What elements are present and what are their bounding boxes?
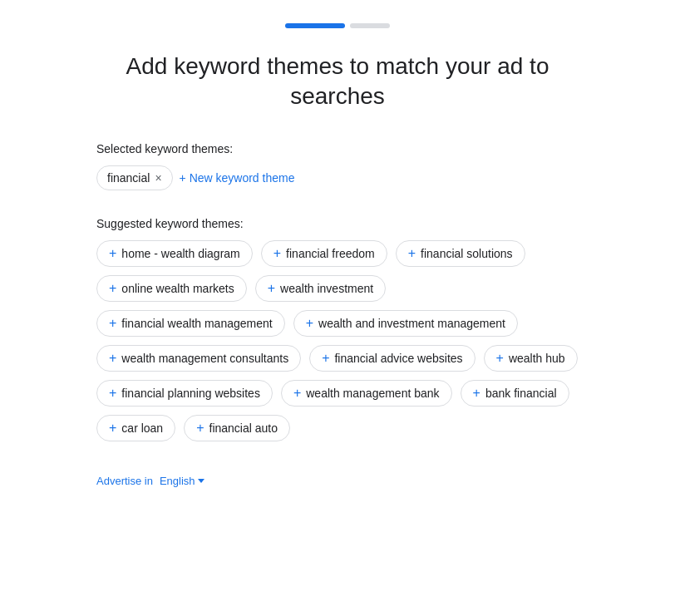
chip-label: home - wealth diagram xyxy=(121,247,239,260)
chip-label: financial advice websites xyxy=(334,352,462,365)
chip-label: online wealth markets xyxy=(121,282,234,295)
chip-label: financial planning websites xyxy=(121,387,260,400)
selected-keywords-container: financial × + New keyword theme xyxy=(96,165,579,190)
plus-icon: + xyxy=(109,317,116,330)
chip-wealth-and-investment-management[interactable]: + wealth and investment management xyxy=(293,310,518,337)
selected-section-label: Selected keyword themes: xyxy=(96,142,579,155)
page-title: Add keyword themes to match your ad to s… xyxy=(121,52,554,112)
chip-financial-solutions[interactable]: + financial solutions xyxy=(396,240,525,267)
chip-bank-financial[interactable]: + bank financial xyxy=(461,380,569,407)
chip-home-wealth-diagram[interactable]: + home - wealth diagram xyxy=(96,240,253,267)
plus-icon: + xyxy=(273,247,281,260)
chip-financial-planning-websites[interactable]: + financial planning websites xyxy=(96,380,273,407)
plus-icon: + xyxy=(293,387,301,400)
chip-financial-advice-websites[interactable]: + financial advice websites xyxy=(309,345,475,372)
chip-label: financial solutions xyxy=(421,247,513,260)
chip-label: wealth management bank xyxy=(306,387,439,400)
plus-icon: + xyxy=(268,282,275,295)
chip-label: bank financial xyxy=(485,387,557,400)
advertise-in-label: Advertise in xyxy=(96,475,153,487)
chip-online-wealth-markets[interactable]: + online wealth markets xyxy=(96,275,247,302)
plus-icon: + xyxy=(109,352,116,365)
suggested-section-label: Suggested keyword themes: xyxy=(96,217,579,230)
plus-icon: + xyxy=(496,352,504,365)
chip-wealth-investment[interactable]: + wealth investment xyxy=(255,275,386,302)
language-label: English xyxy=(160,475,195,487)
chip-financial-freedom[interactable]: + financial freedom xyxy=(261,240,387,267)
plus-icon: + xyxy=(322,352,329,365)
chip-label: financial freedom xyxy=(286,247,375,260)
plus-icon: + xyxy=(196,421,204,435)
progress-empty xyxy=(350,23,390,28)
footer: Advertise in English xyxy=(96,475,579,487)
selected-chip-financial[interactable]: financial × xyxy=(96,165,173,190)
chip-label: wealth management consultants xyxy=(121,352,288,365)
plus-icon: + xyxy=(109,421,116,435)
progress-filled xyxy=(285,23,345,28)
selected-chip-text: financial xyxy=(107,171,150,185)
plus-icon: + xyxy=(109,247,116,260)
chip-car-loan[interactable]: + car loan xyxy=(96,415,175,441)
progress-bar xyxy=(285,23,390,28)
chip-financial-auto[interactable]: + financial auto xyxy=(184,415,290,441)
plus-icon: + xyxy=(306,317,313,330)
plus-icon: + xyxy=(473,387,480,400)
language-selector[interactable]: English xyxy=(160,475,204,487)
chip-label: car loan xyxy=(121,421,163,435)
content-area: Selected keyword themes: financial × + N… xyxy=(80,142,595,487)
chip-wealth-management-consultants[interactable]: + wealth management consultants xyxy=(96,345,301,372)
chip-label: wealth investment xyxy=(280,282,373,295)
chip-label: financial wealth management xyxy=(121,317,272,330)
chip-label: wealth hub xyxy=(509,352,565,365)
plus-icon: + xyxy=(109,282,116,295)
chip-label: wealth and investment management xyxy=(318,317,505,330)
close-icon[interactable]: × xyxy=(155,171,161,185)
suggested-keywords-container: + home - wealth diagram + financial free… xyxy=(96,240,579,441)
chip-financial-wealth-management[interactable]: + financial wealth management xyxy=(96,310,285,337)
chip-label: financial auto xyxy=(209,421,278,435)
chip-wealth-management-bank[interactable]: + wealth management bank xyxy=(281,380,452,407)
chip-wealth-hub[interactable]: + wealth hub xyxy=(484,345,578,372)
new-keyword-link[interactable]: + New keyword theme xyxy=(180,171,295,185)
chevron-down-icon xyxy=(198,479,204,483)
plus-icon: + xyxy=(109,387,116,400)
plus-icon: + xyxy=(408,247,416,260)
